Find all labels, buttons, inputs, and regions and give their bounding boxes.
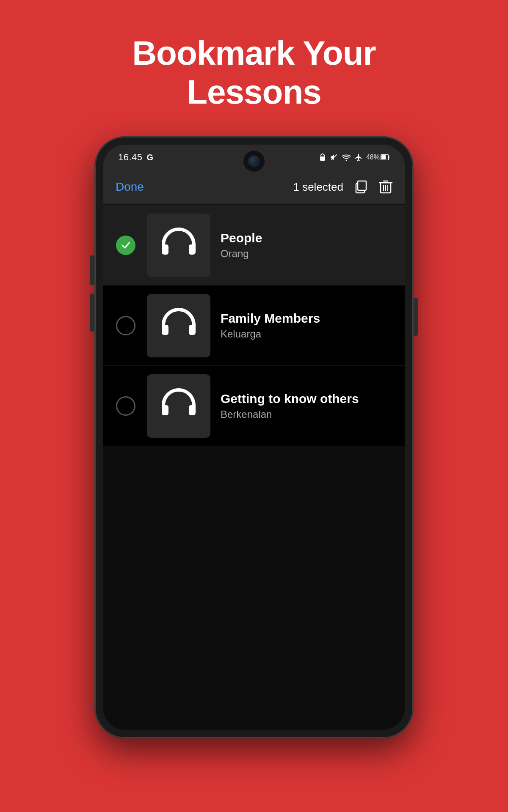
headphones-icon-2	[157, 304, 200, 348]
mute-icon	[330, 153, 338, 162]
checkbox-people[interactable]	[113, 236, 138, 255]
lock-icon	[319, 153, 326, 162]
unchecked-indicator	[116, 316, 135, 335]
camera-lens	[248, 155, 260, 167]
lesson-subtitle-family: Keluarga	[221, 328, 395, 340]
svg-rect-6	[358, 181, 366, 190]
lesson-thumbnail-people	[147, 214, 210, 277]
volume-up-button	[90, 255, 94, 285]
lesson-thumbnail-family	[147, 294, 210, 357]
lesson-thumbnail-others	[147, 374, 210, 438]
action-bar: Done 1 selected	[103, 170, 405, 204]
lesson-title-people: People	[221, 231, 395, 245]
checkbox-others[interactable]	[113, 396, 138, 416]
status-bar-right: 48%	[319, 153, 390, 162]
trash-icon[interactable]	[379, 179, 392, 195]
power-button	[414, 298, 418, 336]
action-bar-controls: 1 selected	[144, 179, 392, 195]
done-button[interactable]: Done	[116, 180, 144, 194]
lesson-subtitle-others: Berkenalan	[221, 409, 395, 420]
status-bar: 16.45 G	[103, 145, 405, 170]
phone-bezel: 16.45 G	[95, 137, 413, 738]
phone-screen: 16.45 G	[103, 145, 405, 730]
status-time: 16.45	[118, 152, 143, 163]
svg-rect-4	[381, 155, 386, 159]
volume-down-button	[90, 294, 94, 332]
svg-point-2	[346, 160, 347, 161]
lesson-info-others: Getting to know others Berkenalan	[221, 392, 395, 420]
svg-rect-0	[320, 156, 325, 161]
front-camera	[243, 151, 265, 172]
lesson-subtitle-people: Orang	[221, 248, 395, 260]
lesson-item-people[interactable]: People Orang	[103, 205, 405, 285]
lesson-item-others[interactable]: Getting to know others Berkenalan	[103, 366, 405, 446]
lesson-item-family[interactable]: Family Members Keluarga	[103, 285, 405, 366]
wifi-icon	[342, 154, 351, 161]
checked-indicator	[116, 236, 135, 255]
unchecked-indicator-2	[116, 396, 135, 416]
checkbox-family[interactable]	[113, 316, 138, 335]
page-title: Bookmark Your Lessons	[132, 34, 375, 112]
lesson-title-family: Family Members	[221, 311, 395, 326]
battery-indicator: 48%	[366, 154, 390, 161]
selected-count-label: 1 selected	[293, 181, 343, 194]
headphones-icon-3	[157, 384, 200, 428]
headphones-icon	[157, 223, 200, 267]
lesson-info-family: Family Members Keluarga	[221, 311, 395, 340]
status-bar-left: 16.45 G	[118, 152, 153, 163]
status-carrier: G	[147, 153, 154, 162]
lesson-title-others: Getting to know others	[221, 392, 395, 406]
phone-device: 16.45 G	[95, 137, 413, 738]
lesson-info-people: People Orang	[221, 231, 395, 260]
lesson-list: People Orang	[103, 205, 405, 730]
copy-icon[interactable]	[353, 179, 369, 195]
airplane-icon	[354, 153, 363, 162]
